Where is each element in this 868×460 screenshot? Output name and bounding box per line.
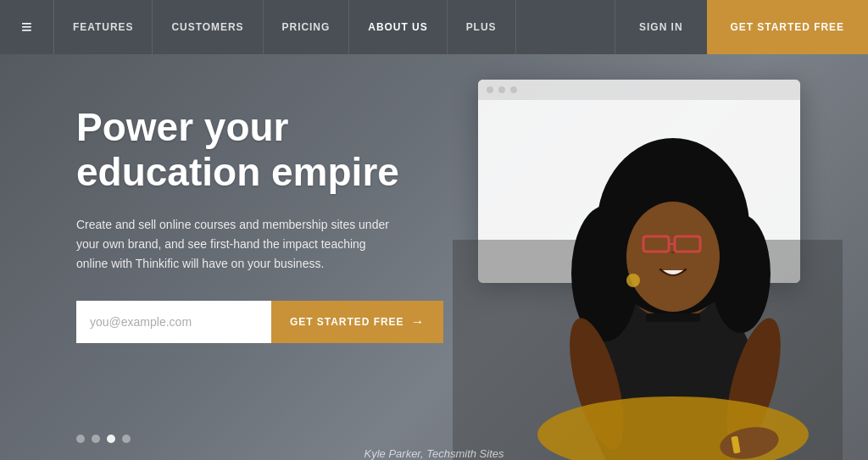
person-photo xyxy=(453,70,843,460)
hero-dots xyxy=(76,435,131,443)
dot-2[interactable] xyxy=(92,435,100,443)
signin-button[interactable]: SIGN IN xyxy=(615,0,706,54)
dot-3[interactable] xyxy=(107,435,115,443)
svg-point-7 xyxy=(626,202,720,312)
navbar: ≡ FEATURES CUSTOMERS PRICING ABOUT US PL… xyxy=(0,0,868,54)
nav-customers[interactable]: CUSTOMERS xyxy=(153,0,263,54)
hero-subtitle: Create and sell online courses and membe… xyxy=(76,215,398,274)
svg-point-6 xyxy=(711,214,771,333)
nav-plus[interactable]: PLUS xyxy=(448,0,516,54)
nav-links: FEATURES CUSTOMERS PRICING ABOUT US PLUS xyxy=(54,0,615,54)
svg-rect-12 xyxy=(646,313,700,322)
hero-title: Power your education empire xyxy=(76,105,466,195)
svg-point-18 xyxy=(626,274,640,287)
hero-caption: Kyle Parker, Techsmith Sites xyxy=(364,447,504,460)
logo-icon: ≡ xyxy=(21,16,32,38)
dot-4[interactable] xyxy=(122,435,131,443)
nav-about-us[interactable]: ABOUT US xyxy=(349,0,447,54)
nav-features[interactable]: FEATURES xyxy=(54,0,153,54)
hero-form: GET STARTED FREE → xyxy=(76,301,466,343)
hero-section: Power your education empire Create and s… xyxy=(0,54,868,460)
dot-1[interactable] xyxy=(76,435,85,443)
nav-pricing[interactable]: PRICING xyxy=(264,0,350,54)
nav-cta-button[interactable]: GET STARTED FREE xyxy=(707,0,868,54)
hero-image-area xyxy=(453,63,843,460)
hero-cta-button[interactable]: GET STARTED FREE → xyxy=(271,301,443,343)
nav-right: SIGN IN GET STARTED FREE xyxy=(615,0,868,54)
arrow-icon: → xyxy=(410,314,425,330)
hero-content: Power your education empire Create and s… xyxy=(76,105,466,343)
person-svg xyxy=(453,70,843,460)
logo[interactable]: ≡ xyxy=(0,0,54,54)
email-input[interactable] xyxy=(76,301,271,343)
